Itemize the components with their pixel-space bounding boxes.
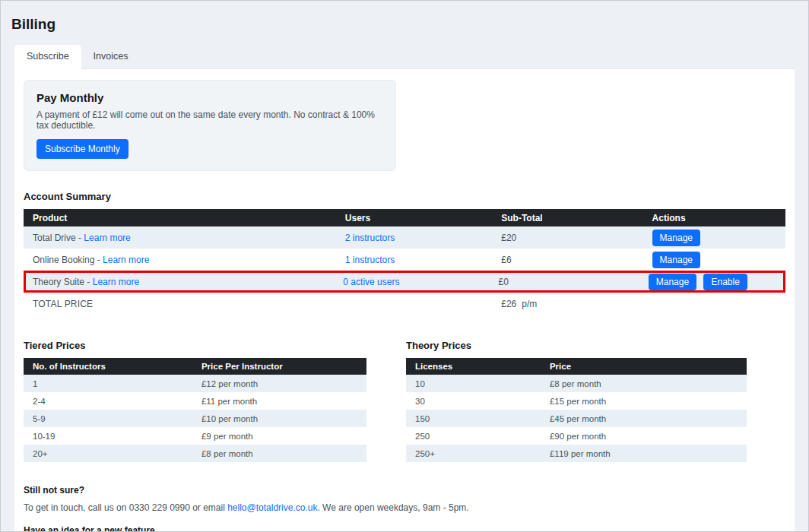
manage-button[interactable]: Manage [649,274,696,290]
learn-more-link[interactable]: Learn more [84,233,130,243]
column-header-price: Price [541,362,747,371]
account-summary-table: Product Users Sub-Total Actions Total Dr… [24,209,785,315]
enable-button[interactable]: Enable [703,274,747,290]
column-header-instructors: No. of Instructors [24,362,192,371]
price-tables-section: Tiered Prices No. of Instructors Price P… [24,340,785,462]
table-row-online-booking: Online Booking - Learn more 1 instructor… [24,249,785,271]
users-link[interactable]: 1 instructors [345,255,395,265]
page-title: Billing [11,16,795,33]
table-row: 150 £45 per month [406,410,747,427]
manage-button[interactable]: Manage [652,230,700,246]
email-link[interactable]: hello@totaldrive.co.uk [227,502,317,513]
manage-button[interactable]: Manage [652,252,700,268]
column-header-product: Product [24,213,336,223]
product-name: Online Booking - [33,255,100,265]
account-summary-header-row: Product Users Sub-Total Actions [24,209,785,226]
table-row-total-price: TOTAL PRICE £26p/m [24,293,785,315]
column-header-price-per-instructor: Price Per Instructor [192,362,366,371]
theory-prices-section: Theory Prices Licenses Price 10 £8 per m… [406,340,747,462]
pay-monthly-description: A payment of £12 will come out on the sa… [36,109,383,131]
total-price-suffix: p/m [522,299,537,309]
users-link[interactable]: 2 instructors [345,233,395,243]
total-price-label: TOTAL PRICE [24,299,336,309]
table-row: 2-4 £11 per month [24,392,366,410]
pay-monthly-title: Pay Monthly [36,91,383,104]
table-row: 10-19 £9 per month [24,427,366,445]
new-feature-heading: Have an idea for a new feature [24,525,785,532]
product-name: Theory Suite - [33,277,90,287]
theory-prices-table: Licenses Price 10 £8 per month 30 £15 pe… [406,358,747,462]
table-row-theory-suite-highlighted: Theory Suite - Learn more 0 active users… [24,271,785,293]
column-header-licenses: Licenses [406,362,541,371]
tiered-prices-section: Tiered Prices No. of Instructors Price P… [24,340,366,462]
subscribe-monthly-button[interactable]: Subscribe Monthly [36,139,128,159]
total-price-value: £26 [501,299,516,309]
table-row-total-drive: Total Drive - Learn more 2 instructors £… [24,226,785,249]
learn-more-link[interactable]: Learn more [93,277,139,287]
table-row: 20+ £8 per month [24,445,366,462]
column-header-subtotal: Sub-Total [492,213,642,223]
tab-invoices[interactable]: Invoices [81,45,141,69]
tab-subscribe[interactable]: Subscribe [14,45,81,69]
table-row: 250 £90 per month [406,427,747,445]
footer-section: Still not sure? To get in touch, call us… [24,485,785,532]
contact-text: To get in touch, call us on 0330 229 099… [24,502,785,513]
theory-prices-header-row: Licenses Price [406,358,747,375]
subtotal-value: £0 [492,277,642,287]
tiered-prices-header-row: No. of Instructors Price Per Instructor [24,358,366,375]
table-row: 10 £8 per month [406,375,747,392]
table-row: 250+ £119 per month [406,445,747,462]
subtotal-value: £20 [492,233,642,243]
column-header-actions: Actions [643,213,785,223]
theory-prices-heading: Theory Prices [406,340,747,351]
product-name: Total Drive - [33,233,81,243]
subtotal-value: £6 [492,255,642,265]
table-row: 30 £15 per month [406,392,747,410]
pay-monthly-card: Pay Monthly A payment of £12 will come o… [24,80,396,171]
tab-bar: Subscribe Invoices [14,45,795,69]
tiered-prices-heading: Tiered Prices [24,340,366,351]
account-summary-heading: Account Summary [24,191,785,202]
users-link[interactable]: 0 active users [343,277,399,287]
billing-page: Billing Subscribe Invoices Pay Monthly A… [1,1,808,532]
table-row: 1 £12 per month [24,375,366,392]
still-not-sure-heading: Still not sure? [24,485,785,496]
tiered-prices-table: No. of Instructors Price Per Instructor … [24,358,366,462]
table-row: 5-9 £10 per month [24,410,366,427]
tab-content-panel: Pay Monthly A payment of £12 will come o… [14,69,795,532]
learn-more-link[interactable]: Learn more [103,255,149,265]
column-header-users: Users [336,213,492,223]
